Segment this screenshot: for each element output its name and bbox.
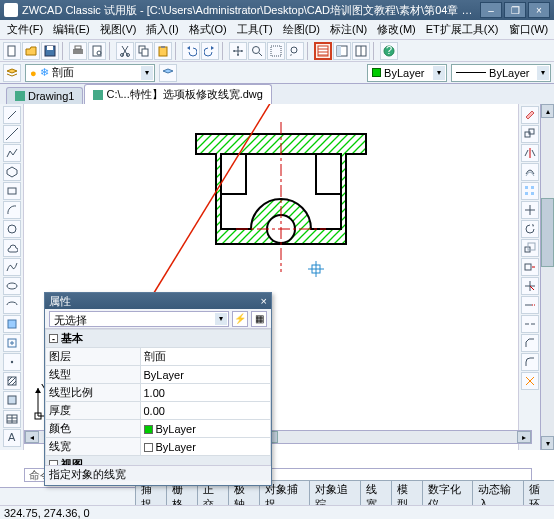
- close-button[interactable]: ×: [528, 2, 550, 18]
- prop-color-value[interactable]: ByLayer: [140, 420, 271, 438]
- menu-tools[interactable]: 工具(T): [232, 20, 278, 39]
- vertical-scrollbar[interactable]: ▴ ▾: [540, 104, 554, 450]
- insert-block-icon[interactable]: [3, 315, 21, 333]
- scroll-right-button[interactable]: ▸: [517, 431, 531, 443]
- spline-icon[interactable]: [3, 258, 21, 276]
- scale-icon[interactable]: [521, 239, 539, 257]
- undo-icon[interactable]: [182, 42, 200, 60]
- point-icon[interactable]: [3, 353, 21, 371]
- menu-modify[interactable]: 修改(M): [372, 20, 421, 39]
- menu-insert[interactable]: 插入(I): [141, 20, 183, 39]
- trim-icon[interactable]: [521, 277, 539, 295]
- circle-icon[interactable]: [3, 220, 21, 238]
- extend-icon[interactable]: [521, 296, 539, 314]
- region-icon[interactable]: [3, 391, 21, 409]
- properties-icon[interactable]: [314, 42, 332, 60]
- select-objects-icon[interactable]: ▦: [251, 311, 267, 327]
- paste-icon[interactable]: [154, 42, 172, 60]
- linetype-combo[interactable]: ByLayer ▾: [451, 64, 551, 82]
- layer-previous-icon[interactable]: [159, 64, 177, 82]
- minimize-button[interactable]: –: [480, 2, 502, 18]
- print-preview-icon[interactable]: [88, 42, 106, 60]
- ellipse-icon[interactable]: [3, 277, 21, 295]
- open-icon[interactable]: [22, 42, 40, 60]
- polygon-icon[interactable]: [3, 163, 21, 181]
- line-icon[interactable]: [3, 106, 21, 124]
- pline-icon[interactable]: [3, 144, 21, 162]
- prop-thickness-value[interactable]: 0.00: [140, 402, 271, 420]
- rectangle-icon[interactable]: [3, 182, 21, 200]
- properties-grid[interactable]: -基本 图层剖面 线型ByLayer 线型比例1.00 厚度0.00 颜色ByL…: [45, 329, 271, 465]
- revcloud-icon[interactable]: [3, 239, 21, 257]
- svg-rect-40: [525, 186, 528, 189]
- maximize-button[interactable]: ❐: [504, 2, 526, 18]
- copy-obj-icon[interactable]: [521, 125, 539, 143]
- collapse-icon[interactable]: -: [49, 334, 58, 343]
- prop-lineweight-value[interactable]: ByLayer: [140, 438, 271, 456]
- hatch-icon[interactable]: [3, 372, 21, 390]
- cut-icon[interactable]: [116, 42, 134, 60]
- help-icon[interactable]: ?: [380, 42, 398, 60]
- design-center-icon[interactable]: [333, 42, 351, 60]
- properties-close-button[interactable]: ×: [261, 295, 267, 307]
- ellipse-arc-icon[interactable]: [3, 296, 21, 314]
- redo-icon[interactable]: [201, 42, 219, 60]
- svg-rect-25: [8, 320, 16, 328]
- menu-edit[interactable]: 编辑(E): [48, 20, 95, 39]
- menu-window[interactable]: 窗口(W): [504, 20, 554, 39]
- prop-layer-value[interactable]: 剖面: [140, 348, 271, 366]
- menu-format[interactable]: 格式(O): [184, 20, 232, 39]
- selection-combo[interactable]: 无选择 ▾: [49, 311, 229, 327]
- explode-icon[interactable]: [521, 372, 539, 390]
- menu-file[interactable]: 文件(F): [2, 20, 48, 39]
- svg-point-7: [121, 53, 124, 56]
- status-bar: 捕捉 栅格 正交 极轴 对象捕捉 对象追踪 线宽 模型 数字化仪 动态输入 循环: [0, 487, 554, 505]
- scroll-down-button[interactable]: ▾: [541, 436, 554, 450]
- arc-icon[interactable]: [3, 201, 21, 219]
- scroll-thumb[interactable]: [541, 198, 554, 268]
- make-block-icon[interactable]: [3, 334, 21, 352]
- fillet-icon[interactable]: [521, 353, 539, 371]
- zoom-realtime-icon[interactable]: [248, 42, 266, 60]
- xline-icon[interactable]: [3, 125, 21, 143]
- table-icon[interactable]: [3, 410, 21, 428]
- layer-manager-icon[interactable]: [3, 64, 21, 82]
- mirror-icon[interactable]: [521, 144, 539, 162]
- tab-current-dwg[interactable]: C:\...特性】选项板修改线宽.dwg: [84, 84, 271, 104]
- rotate-icon[interactable]: [521, 220, 539, 238]
- zoom-window-icon[interactable]: [267, 42, 285, 60]
- quick-select-icon[interactable]: ⚡: [232, 311, 248, 327]
- save-icon[interactable]: [41, 42, 59, 60]
- new-icon[interactable]: [3, 42, 21, 60]
- color-combo[interactable]: ByLayer ▾: [367, 64, 447, 82]
- tool-palettes-icon[interactable]: [352, 42, 370, 60]
- svg-point-15: [291, 47, 297, 53]
- menu-et[interactable]: ET扩展工具(X): [421, 20, 504, 39]
- menu-dim[interactable]: 标注(N): [325, 20, 372, 39]
- offset-icon[interactable]: [521, 163, 539, 181]
- svg-rect-14: [271, 46, 281, 56]
- stretch-icon[interactable]: [521, 258, 539, 276]
- break-icon[interactable]: [521, 315, 539, 333]
- menu-draw[interactable]: 绘图(D): [278, 20, 325, 39]
- copy-icon[interactable]: [135, 42, 153, 60]
- menu-view[interactable]: 视图(V): [95, 20, 142, 39]
- scroll-up-button[interactable]: ▴: [541, 104, 554, 118]
- move-icon[interactable]: [521, 201, 539, 219]
- tab-drawing1[interactable]: Drawing1: [6, 87, 83, 104]
- collapse-icon[interactable]: -: [49, 460, 58, 465]
- svg-rect-46: [525, 264, 531, 270]
- mtext-icon[interactable]: A: [3, 429, 21, 447]
- properties-titlebar[interactable]: 属性 ×: [45, 293, 271, 309]
- chamfer-icon[interactable]: [521, 334, 539, 352]
- zoom-previous-icon[interactable]: [286, 42, 304, 60]
- layer-combo[interactable]: ● ❄ 剖面 ▾: [25, 64, 155, 82]
- prop-ltscale-value[interactable]: 1.00: [140, 384, 271, 402]
- svg-point-24: [7, 283, 17, 289]
- print-icon[interactable]: [69, 42, 87, 60]
- pan-icon[interactable]: [229, 42, 247, 60]
- array-icon[interactable]: [521, 182, 539, 200]
- scroll-left-button[interactable]: ◂: [25, 431, 39, 443]
- prop-linetype-value[interactable]: ByLayer: [140, 366, 271, 384]
- erase-icon[interactable]: [521, 106, 539, 124]
